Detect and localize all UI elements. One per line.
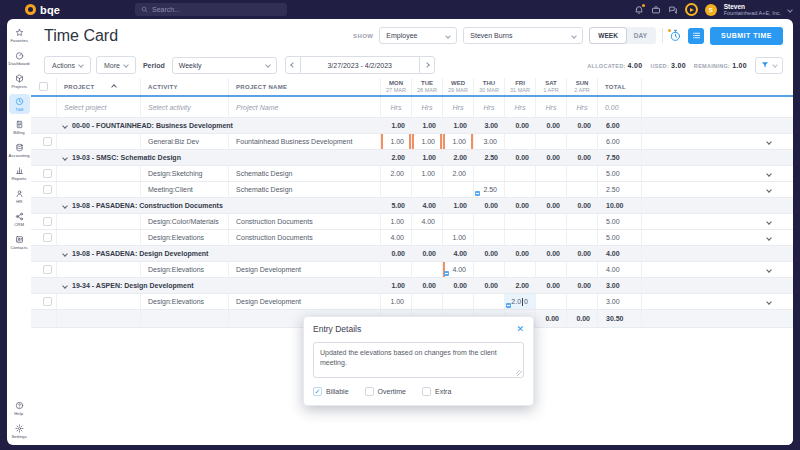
day-cell[interactable]: 1.00 xyxy=(381,214,412,229)
chevron-down-icon[interactable] xyxy=(62,155,68,161)
day-cell[interactable] xyxy=(567,262,598,277)
day-cell[interactable] xyxy=(505,230,536,245)
column-header-project[interactable]: PROJECT xyxy=(57,78,141,95)
sidebar-item-dashboard[interactable]: Dashboard xyxy=(9,48,30,68)
sidebar-item-te[interactable]: T&E xyxy=(9,94,30,114)
column-header-day[interactable]: THU30 MAR xyxy=(474,78,505,95)
row-expand-chevron-icon[interactable] xyxy=(766,219,772,225)
day-toggle-button[interactable]: DAY xyxy=(626,28,655,43)
next-week-button[interactable] xyxy=(419,56,435,74)
day-cell[interactable] xyxy=(536,262,567,277)
select-all-checkbox[interactable] xyxy=(39,82,48,91)
activity-select-placeholder[interactable]: Select activity xyxy=(141,97,229,117)
row-expand-chevron-icon[interactable] xyxy=(766,139,772,145)
sidebar-item-crm[interactable]: CRM xyxy=(9,209,30,229)
day-cell[interactable] xyxy=(505,166,536,181)
checkbox-unchecked-icon[interactable] xyxy=(365,387,374,396)
day-cell[interactable] xyxy=(474,294,505,309)
row-checkbox[interactable] xyxy=(43,185,52,194)
timer-play-icon[interactable] xyxy=(685,3,698,16)
sidebar-item-favorites[interactable]: Favorites xyxy=(9,25,30,45)
day-cell[interactable] xyxy=(412,182,443,197)
column-header-day[interactable]: WED29 MAR xyxy=(443,78,474,95)
note-icon[interactable] xyxy=(506,303,511,308)
bqe-logo[interactable]: bqe xyxy=(25,4,60,16)
day-cell[interactable] xyxy=(443,214,474,229)
day-cell[interactable] xyxy=(567,182,598,197)
day-cell[interactable] xyxy=(443,294,474,309)
day-cell[interactable]: 4.00 xyxy=(443,262,474,277)
day-cell[interactable] xyxy=(505,182,536,197)
day-cell[interactable] xyxy=(381,182,412,197)
checkbox-unchecked-icon[interactable] xyxy=(422,387,431,396)
flag-checkbox-extra[interactable]: Extra xyxy=(422,387,451,396)
day-cell[interactable] xyxy=(567,230,598,245)
active-day-cell[interactable]: 2.00 xyxy=(505,294,536,309)
sidebar-item-contacts[interactable]: Contacts xyxy=(9,232,30,252)
day-cell[interactable] xyxy=(381,262,412,277)
column-header-project-name[interactable]: PROJECT NAME xyxy=(229,78,381,95)
close-icon[interactable]: ✕ xyxy=(516,325,524,334)
day-cell[interactable]: 4.00 xyxy=(381,230,412,245)
chat-icon[interactable] xyxy=(668,5,678,15)
column-header-day[interactable]: SAT1 APR xyxy=(536,78,567,95)
group-label[interactable]: 00-00 - FOUNTAINHEAD: Business Developme… xyxy=(57,118,381,133)
flag-checkbox-overtime[interactable]: Overtime xyxy=(365,387,406,396)
chevron-down-icon[interactable] xyxy=(62,251,68,257)
row-checkbox[interactable] xyxy=(43,137,52,146)
day-cell[interactable]: 1.00 xyxy=(443,230,474,245)
chevron-down-icon[interactable] xyxy=(62,203,68,209)
day-cell[interactable]: 1.00 xyxy=(381,134,412,149)
briefcase-icon[interactable] xyxy=(651,5,661,15)
day-cell[interactable]: 2.50 xyxy=(474,182,505,197)
search-input[interactable]: Search... xyxy=(135,3,287,16)
sidebar-item-billing[interactable]: Billing xyxy=(9,117,30,137)
filter-button[interactable] xyxy=(755,57,783,74)
row-checkbox[interactable] xyxy=(43,233,52,242)
day-cell[interactable] xyxy=(412,262,443,277)
day-cell[interactable]: 2.00 xyxy=(443,166,474,181)
row-checkbox[interactable] xyxy=(43,297,52,306)
day-cell[interactable] xyxy=(567,294,598,309)
hours-input-placeholder[interactable]: Hrs xyxy=(505,97,536,117)
sidebar-item-hr[interactable]: HR xyxy=(9,186,30,206)
show-select[interactable]: Employee xyxy=(379,27,457,44)
day-cell[interactable]: 4.00 xyxy=(412,214,443,229)
row-expand-chevron-icon[interactable] xyxy=(766,235,772,241)
day-cell[interactable] xyxy=(505,262,536,277)
day-cell[interactable]: 1.00 xyxy=(412,166,443,181)
project-select-placeholder[interactable]: Select project xyxy=(57,97,141,117)
sidebar-item-accounting[interactable]: Accounting xyxy=(9,140,30,160)
day-cell[interactable]: 3.00 xyxy=(474,134,505,149)
day-cell[interactable]: 1.00 xyxy=(381,294,412,309)
day-cell[interactable] xyxy=(567,134,598,149)
day-cell[interactable] xyxy=(474,262,505,277)
employee-select[interactable]: Steven Burns xyxy=(463,27,583,44)
day-cell[interactable] xyxy=(505,214,536,229)
entry-note-textarea[interactable]: Updated the elevations based on changes … xyxy=(313,342,524,378)
day-cell[interactable] xyxy=(536,134,567,149)
sidebar-item-projects[interactable]: Projects xyxy=(9,71,30,91)
period-select[interactable]: Weekly xyxy=(172,57,277,74)
project-name-placeholder[interactable]: Project Name xyxy=(229,97,381,117)
day-cell[interactable] xyxy=(474,214,505,229)
flag-checkbox-billable[interactable]: ✓Billable xyxy=(313,387,349,396)
row-expand-chevron-icon[interactable] xyxy=(766,299,772,305)
sidebar-item-help[interactable]: Help xyxy=(9,398,30,418)
hours-input-placeholder[interactable]: Hrs xyxy=(443,97,474,117)
group-label[interactable]: 19-03 - SMSC: Schematic Design xyxy=(57,150,381,165)
entry-list-button[interactable] xyxy=(688,28,704,44)
day-cell[interactable] xyxy=(443,182,474,197)
group-label[interactable]: 19-08 - PASADENA: Design Development xyxy=(57,246,381,261)
day-cell[interactable] xyxy=(536,230,567,245)
day-cell[interactable] xyxy=(567,214,598,229)
column-header-day[interactable]: MON27 MAR xyxy=(381,78,412,95)
column-header-day[interactable]: FRI31 MAR xyxy=(505,78,536,95)
row-expand-chevron-icon[interactable] xyxy=(766,267,772,273)
submit-time-button[interactable]: SUBMIT TIME xyxy=(710,27,783,45)
note-icon[interactable] xyxy=(475,191,480,196)
sidebar-item-reports[interactable]: Reports xyxy=(9,163,30,183)
hours-input-placeholder[interactable]: Hrs xyxy=(536,97,567,117)
checkbox-checked-icon[interactable]: ✓ xyxy=(313,387,322,396)
hours-input-placeholder[interactable]: Hrs xyxy=(474,97,505,117)
